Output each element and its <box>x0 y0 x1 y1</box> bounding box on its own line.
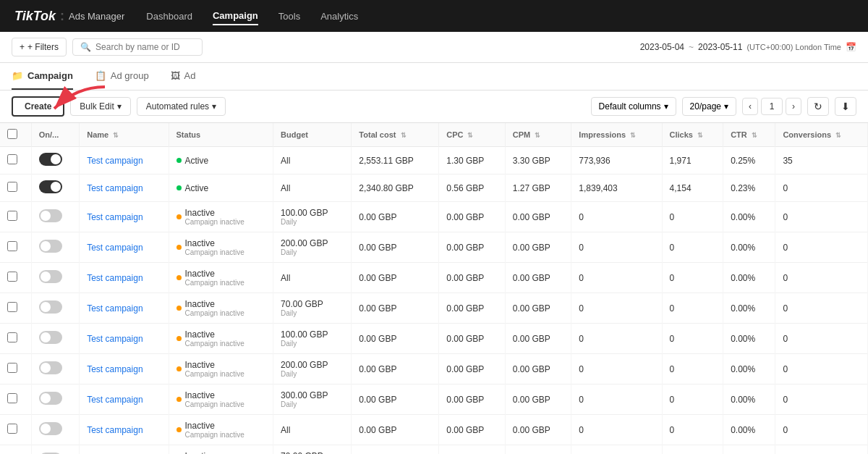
row-toggle-cell <box>31 232 79 263</box>
row-toggle-cell <box>31 263 79 293</box>
per-page-label: 20/page <box>690 101 721 112</box>
row-total-cost-cell: 0.00 GBP <box>352 202 439 232</box>
row-conversions-cell: 0 <box>775 263 868 293</box>
filter-button[interactable]: + + Filters <box>12 38 67 56</box>
row-checkbox[interactable] <box>7 363 17 373</box>
status-dot <box>176 185 182 190</box>
status-dot <box>176 275 182 280</box>
row-cpc-cell: 0.00 GBP <box>439 232 506 263</box>
row-impressions-cell: 0 <box>571 293 662 324</box>
cpc-sort-icon[interactable]: ⇅ <box>467 132 473 139</box>
campaign-name[interactable]: Test campaign <box>87 334 142 344</box>
name-sort-icon[interactable]: ⇅ <box>113 132 119 139</box>
status-label: Inactive <box>185 208 244 218</box>
select-all-checkbox[interactable] <box>7 129 17 139</box>
date-end[interactable]: 2023-05-11 <box>698 42 742 52</box>
campaign-name[interactable]: Test campaign <box>87 303 142 314</box>
date-start[interactable]: 2023-05-04 <box>640 42 684 52</box>
campaign-name[interactable]: Test campaign <box>87 156 142 166</box>
row-toggle-cell <box>31 293 79 324</box>
row-checkbox[interactable] <box>7 182 17 192</box>
nav-item-campaign[interactable]: Campaign <box>213 7 258 25</box>
per-page-button[interactable]: 20/page ▾ <box>682 97 736 116</box>
row-budget-cell: All <box>273 175 352 202</box>
search-box[interactable]: 🔍 <box>72 38 203 56</box>
calendar-icon[interactable]: 📅 <box>846 42 856 52</box>
col-budget: Budget <box>273 123 352 147</box>
ctr-sort-icon[interactable]: ⇅ <box>752 132 757 139</box>
row-checkbox[interactable] <box>7 393 17 403</box>
row-name-cell: Test campaign <box>80 202 169 232</box>
row-checkbox[interactable] <box>7 302 17 312</box>
row-toggle[interactable] <box>39 392 62 405</box>
status-sublabel: Campaign inactive <box>185 248 244 256</box>
row-toggle[interactable] <box>39 153 62 166</box>
nav-item-analytics[interactable]: Analytics <box>320 8 358 25</box>
row-checkbox[interactable] <box>7 424 17 434</box>
campaign-name[interactable]: Test campaign <box>87 212 142 222</box>
row-name-cell: Test campaign <box>80 263 169 293</box>
ad-tab-label: Ad <box>184 70 196 81</box>
row-checkbox[interactable] <box>7 332 17 342</box>
row-toggle[interactable] <box>39 180 62 193</box>
campaign-name[interactable]: Test campaign <box>87 425 142 435</box>
row-conversions-cell: 35 <box>775 147 868 175</box>
row-checkbox[interactable] <box>7 241 17 251</box>
row-total-cost-cell: 0.00 GBP <box>352 445 439 455</box>
nav-item-dashboard[interactable]: Dashboard <box>146 8 192 25</box>
status-dot <box>176 158 182 163</box>
default-columns-button[interactable]: Default columns ▾ <box>591 97 676 116</box>
cpm-sort-icon[interactable]: ⇅ <box>535 132 540 139</box>
row-cpm-cell: 0.00 GBP <box>505 324 571 354</box>
cost-sort-icon[interactable]: ⇅ <box>401 132 407 139</box>
row-status-cell: Inactive Campaign inactive <box>169 445 273 455</box>
campaign-name[interactable]: Test campaign <box>87 273 142 283</box>
row-conversions-cell: 0 <box>775 415 868 445</box>
row-checkbox-cell <box>0 445 31 455</box>
refresh-button[interactable]: ↻ <box>807 97 829 116</box>
row-budget-cell: 200.00 GBPDaily <box>273 232 352 263</box>
row-checkbox[interactable] <box>7 154 17 164</box>
row-conversions-cell: 0 <box>775 384 868 415</box>
row-clicks-cell: 4,154 <box>662 175 723 202</box>
row-checkbox[interactable] <box>7 211 17 221</box>
main-nav: Dashboard Campaign Tools Analytics <box>146 7 358 25</box>
automated-rules-button[interactable]: Automated rules ▾ <box>137 97 226 116</box>
status-dot <box>176 306 182 311</box>
row-toggle-cell <box>31 354 79 384</box>
next-page-button[interactable]: › <box>786 98 801 115</box>
row-cpm-cell: 0.00 GBP <box>505 202 571 232</box>
status-dot <box>176 336 182 341</box>
tab-adgroup[interactable]: 📋 Ad group <box>95 63 149 90</box>
row-toggle[interactable] <box>39 209 62 222</box>
campaign-name[interactable]: Test campaign <box>87 183 142 193</box>
action-bar-container: Create Bulk Edit ▾ Automated rules ▾ Def… <box>0 91 868 123</box>
row-toggle[interactable] <box>39 300 62 314</box>
row-toggle[interactable] <box>39 240 62 253</box>
row-cpm-cell: 3.30 GBP <box>505 147 571 175</box>
date-separator: ~ <box>689 42 694 52</box>
prev-page-button[interactable]: ‹ <box>742 98 758 115</box>
campaign-name[interactable]: Test campaign <box>87 364 142 374</box>
tab-campaign[interactable]: 📁 Campaign <box>12 63 73 90</box>
row-toggle[interactable] <box>39 361 62 374</box>
create-button[interactable]: Create <box>12 96 64 117</box>
campaign-name[interactable]: Test campaign <box>87 395 142 405</box>
campaign-name[interactable]: Test campaign <box>87 243 142 253</box>
col-check <box>0 123 31 147</box>
impressions-sort-icon[interactable]: ⇅ <box>630 132 636 139</box>
bulk-edit-button[interactable]: Bulk Edit ▾ <box>70 97 130 116</box>
row-toggle[interactable] <box>39 270 62 283</box>
tab-ad[interactable]: 🖼 Ad <box>171 63 196 90</box>
row-impressions-cell: 0 <box>571 263 662 293</box>
row-checkbox[interactable] <box>7 272 17 282</box>
row-toggle[interactable] <box>39 331 62 344</box>
nav-item-tools[interactable]: Tools <box>278 8 300 25</box>
clicks-sort-icon[interactable]: ⇅ <box>697 132 703 139</box>
row-toggle[interactable] <box>39 422 62 435</box>
campaigns-table-wrapper: On/... Name ⇅ Status Budget Total cost ⇅… <box>0 123 868 454</box>
download-button[interactable]: ⬇ <box>835 97 856 116</box>
conv-sort-icon[interactable]: ⇅ <box>835 132 841 139</box>
row-checkbox-cell <box>0 147 31 175</box>
search-input[interactable] <box>95 42 195 52</box>
